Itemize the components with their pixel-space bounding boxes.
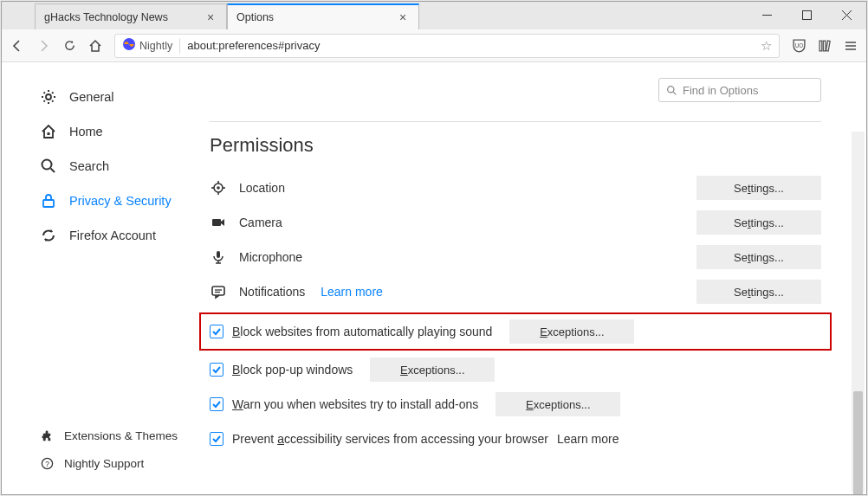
svg-point-12 xyxy=(46,94,51,100)
back-button[interactable] xyxy=(5,34,29,58)
window-minimize-button[interactable] xyxy=(747,2,787,28)
svg-rect-1 xyxy=(802,10,811,19)
forward-button[interactable] xyxy=(31,34,55,58)
sidebar-item-general[interactable]: General xyxy=(40,80,210,114)
firefox-logo-icon xyxy=(122,37,136,55)
sidebar-item-search[interactable]: Search xyxy=(40,149,210,184)
block-sound-exceptions-button[interactable]: Exceptions... xyxy=(509,319,634,344)
svg-rect-8 xyxy=(826,41,830,51)
scroll-thumb[interactable] xyxy=(853,391,863,494)
find-in-options-input[interactable]: Find in Options xyxy=(658,78,821,102)
sidebar-item-label: Home xyxy=(69,125,103,138)
sidebar-item-label: Search xyxy=(69,159,109,173)
url-text[interactable]: about:preferences#privacy xyxy=(180,39,754,52)
accessibility-learn-more-link[interactable]: Learn more xyxy=(557,432,619,446)
url-bar[interactable]: Nightly about:preferences#privacy ☆ xyxy=(114,34,780,58)
help-icon: ? xyxy=(40,456,54,470)
tab-close-icon[interactable]: × xyxy=(396,10,410,24)
gear-icon xyxy=(40,88,57,106)
lock-icon xyxy=(40,192,57,209)
permission-label: Camera xyxy=(239,216,282,229)
identity-label: Nightly xyxy=(139,40,172,52)
tab-title: Options xyxy=(236,11,274,23)
svg-rect-7 xyxy=(823,41,826,51)
svg-line-20 xyxy=(673,92,676,94)
svg-rect-6 xyxy=(819,41,822,51)
notification-icon xyxy=(210,283,227,300)
svg-rect-16 xyxy=(43,200,54,207)
microphone-icon xyxy=(210,248,227,266)
search-icon xyxy=(40,158,57,175)
puzzle-icon xyxy=(40,428,54,442)
prevent-accessibility-checkbox[interactable] xyxy=(210,432,223,446)
search-icon xyxy=(666,85,677,96)
menu-icon[interactable] xyxy=(839,34,863,58)
location-settings-button[interactable]: Settings... xyxy=(696,176,821,200)
svg-point-19 xyxy=(668,86,674,92)
notifications-learn-more-link[interactable]: Learn more xyxy=(321,285,383,299)
tab-close-icon[interactable]: × xyxy=(204,10,217,24)
notifications-settings-button[interactable]: Settings... xyxy=(696,280,821,304)
section-title: Permissions xyxy=(210,134,821,157)
sidebar-item-privacy[interactable]: Privacy & Security xyxy=(40,184,210,218)
section-divider xyxy=(210,121,821,122)
permission-label: Location xyxy=(239,181,285,195)
sidebar-item-label: Firefox Account xyxy=(69,229,156,242)
sidebar-item-home[interactable]: Home xyxy=(40,114,210,149)
prevent-accessibility-label: Prevent accessibility services from acce… xyxy=(232,432,548,446)
sidebar-item-account[interactable]: Firefox Account xyxy=(40,218,210,253)
svg-text:?: ? xyxy=(45,459,49,467)
home-icon xyxy=(40,123,57,140)
location-icon xyxy=(210,179,227,196)
svg-rect-13 xyxy=(48,132,50,135)
sidebar-item-label: Nightly Support xyxy=(64,457,144,470)
warn-install-exceptions-button[interactable]: Exceptions... xyxy=(496,392,620,416)
permission-label: Microphone xyxy=(239,250,302,264)
svg-rect-28 xyxy=(217,251,220,258)
camera-settings-button[interactable]: Settings... xyxy=(696,210,821,235)
highlighted-block-sound: Block websites from automatically playin… xyxy=(199,312,832,351)
camera-icon xyxy=(210,214,227,231)
microphone-settings-button[interactable]: Settings... xyxy=(696,245,821,269)
permission-location: Location Settings... xyxy=(210,171,821,205)
warn-install-label: Warn you when websites try to install ad… xyxy=(232,397,478,411)
sidebar-support[interactable]: ? Nightly Support xyxy=(40,449,178,477)
window-titlebar: gHacks Technology News × Options × xyxy=(2,2,866,29)
bookmark-star-icon[interactable]: ☆ xyxy=(754,38,779,54)
permission-microphone: Microphone Settings... xyxy=(210,240,821,274)
tab-options[interactable]: Options × xyxy=(227,3,419,29)
preferences-sidebar: General Home Search Privacy & Security F… xyxy=(2,62,210,494)
home-button[interactable] xyxy=(83,34,107,58)
library-icon[interactable] xyxy=(813,34,837,58)
sidebar-item-label: Privacy & Security xyxy=(69,194,172,208)
svg-rect-27 xyxy=(212,219,221,226)
sidebar-item-label: General xyxy=(69,90,114,104)
ublock-icon[interactable]: UO xyxy=(787,34,811,58)
tab-title: gHacks Technology News xyxy=(44,11,168,23)
block-sound-checkbox[interactable] xyxy=(210,325,223,338)
search-placeholder: Find in Options xyxy=(683,84,758,97)
tab-ghacks[interactable]: gHacks Technology News × xyxy=(35,3,227,29)
window-maximize-button[interactable] xyxy=(787,2,826,28)
svg-point-22 xyxy=(217,186,220,190)
preferences-main: Find in Options Permissions Location Set… xyxy=(210,62,866,494)
block-popup-checkbox[interactable] xyxy=(210,363,223,377)
warn-install-checkbox[interactable] xyxy=(210,397,223,411)
svg-text:UO: UO xyxy=(794,42,803,48)
svg-rect-31 xyxy=(212,287,224,295)
sidebar-extensions[interactable]: Extensions & Themes xyxy=(40,422,178,449)
scrollbar[interactable] xyxy=(852,132,865,493)
svg-point-14 xyxy=(42,160,52,170)
permission-notifications: Notifications Learn more Settings... xyxy=(210,274,821,309)
window-close-button[interactable] xyxy=(826,2,866,28)
sidebar-item-label: Extensions & Themes xyxy=(64,429,178,442)
block-sound-label: Block websites from automatically playin… xyxy=(232,325,492,338)
permission-label: Notifications xyxy=(239,285,305,299)
sync-icon xyxy=(40,227,57,244)
permission-camera: Camera Settings... xyxy=(210,205,821,240)
svg-line-15 xyxy=(51,169,55,173)
block-popup-exceptions-button[interactable]: Exceptions... xyxy=(370,358,495,382)
reload-button[interactable] xyxy=(57,34,81,58)
block-popup-label: Block pop-up windows xyxy=(232,363,353,377)
navigation-toolbar: Nightly about:preferences#privacy ☆ UO xyxy=(2,29,866,62)
